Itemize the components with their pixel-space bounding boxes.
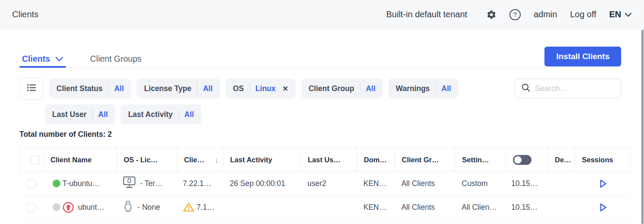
filter-value[interactable]: All [203, 84, 213, 93]
table-row[interactable]: T-ubuntu… - Ter… 7.22.1… 26 Sep 00:00:01… [19, 172, 631, 196]
filter-value[interactable]: Linux [256, 84, 276, 93]
log-off-button[interactable]: Log off [570, 9, 596, 19]
filter-label: OS [233, 84, 244, 93]
filter-row-2: Last User All Last Activity All [45, 104, 625, 124]
client-group-cell: All Clients [394, 172, 455, 195]
client-name[interactable]: T-ubuntu… [63, 179, 100, 188]
search-input[interactable] [535, 84, 608, 93]
tab-client-groups[interactable]: Client Groups [88, 47, 144, 67]
last-activity-cell: 26 Sep 00:00:01 [223, 172, 300, 195]
user-menu[interactable]: admin [534, 9, 557, 19]
domain-cell: KEN… [356, 172, 394, 195]
search-icon [521, 83, 531, 94]
top-bar-right: Built-in default tenant ? admin Log off … [386, 9, 632, 20]
sort-descending-icon[interactable]: ↓ [215, 155, 219, 165]
header-last-user[interactable]: Last Us… [300, 148, 356, 171]
filter-label: Client Status [56, 84, 103, 93]
header-label: Clie… [184, 156, 204, 164]
client-version: 7.22.1… [183, 179, 211, 188]
header-device[interactable]: De… [547, 148, 575, 171]
top-bar: Clients Built-in default tenant ? admin … [0, 0, 644, 29]
filter-value[interactable]: All [98, 110, 108, 119]
linux-penguin-icon [122, 200, 134, 215]
os-license-cell: - None [116, 196, 177, 219]
start-session-icon[interactable] [597, 178, 608, 189]
header-settings[interactable]: Settin… [455, 148, 506, 171]
filter-chip-license-type[interactable]: License Type All [137, 79, 220, 98]
settings-cell: All Clien… [455, 196, 506, 219]
filter-chip-warnings[interactable]: Warnings All [388, 79, 458, 98]
clients-table: Client Name OS - Lic… Clie… ↓ Last Activ… [19, 148, 631, 219]
row-checkbox[interactable] [27, 179, 36, 188]
tab-clients-label: Clients [22, 54, 50, 64]
license-type: - Ter… [140, 179, 163, 188]
start-session-icon[interactable] [597, 202, 608, 213]
filter-chip-last-activity[interactable]: Last Activity All [121, 104, 201, 124]
help-icon[interactable]: ? [510, 9, 521, 20]
install-clients-button[interactable]: Install Clients [544, 47, 621, 66]
filter-value[interactable]: All [366, 84, 375, 93]
os-license-cell: - Ter… [116, 172, 177, 195]
row-checkbox[interactable] [27, 203, 36, 212]
filter-label: Client Group [309, 84, 354, 93]
language-selector[interactable]: EN [609, 9, 632, 19]
filter-bar: Client Status All License Type All OS Li… [19, 77, 625, 124]
row-select-cell [19, 196, 43, 219]
client-name[interactable]: ubunt… [78, 203, 104, 212]
last-user-cell: user2 [300, 172, 356, 195]
ip-cell: 10.15… [506, 172, 547, 195]
header-os-license[interactable]: OS - Lic… [116, 148, 177, 171]
chip-divider [178, 109, 179, 120]
header-client-group[interactable]: Client Gr… [394, 148, 455, 171]
tab-clients[interactable]: Clients [19, 47, 66, 67]
last-user-cell [300, 196, 356, 219]
filter-value[interactable]: All [184, 110, 194, 119]
toggle-knob [514, 156, 522, 164]
settings-cell: Custom [455, 172, 506, 195]
chevron-down-icon [625, 9, 632, 19]
client-group-cell: All Clients [394, 196, 455, 219]
clients-page: Clients Built-in default tenant ? admin … [0, 0, 644, 224]
vertical-scrollbar[interactable] [641, 30, 644, 224]
header-domain[interactable]: Dom… [356, 148, 394, 171]
domain-cell: KEN… [356, 196, 394, 219]
linux-computer-icon [122, 176, 136, 191]
license-type: - None [138, 203, 160, 212]
update-available-icon [63, 202, 74, 213]
list-view-button[interactable] [19, 77, 44, 100]
table-row[interactable]: ubunt… - None [19, 196, 631, 219]
language-label: EN [609, 9, 621, 19]
warning-triangle-icon [183, 202, 194, 212]
client-version: 7.1… [197, 203, 215, 212]
filter-chip-os[interactable]: OS Linux ✕ [225, 79, 295, 98]
header-sessions[interactable]: Sessions [575, 148, 631, 171]
device-cell [547, 172, 575, 195]
select-all-cell [19, 148, 43, 171]
client-name-cell: ubunt… [43, 196, 116, 219]
tenant-label: Built-in default tenant [386, 9, 467, 19]
remove-filter-icon[interactable]: ✕ [282, 85, 288, 93]
online-status-icon [53, 180, 60, 187]
select-all-checkbox[interactable] [31, 155, 40, 164]
filter-chip-client-group[interactable]: Client Group All [301, 79, 383, 98]
tab-bar: Clients Client Groups [19, 47, 625, 68]
settings-gear-icon[interactable] [486, 9, 497, 20]
chevron-down-icon [55, 54, 63, 64]
ip-display-toggle[interactable] [513, 155, 531, 165]
page-title: Clients [12, 9, 38, 19]
filter-chip-last-user[interactable]: Last User All [45, 104, 115, 124]
filter-value[interactable]: All [114, 84, 124, 93]
scrollbar-thumb[interactable] [641, 30, 644, 224]
filter-label: Warnings [396, 84, 430, 93]
chip-divider [92, 109, 93, 120]
header-client-name[interactable]: Client Name [43, 148, 116, 171]
filter-chip-client-status[interactable]: Client Status All [49, 79, 131, 98]
chip-divider [250, 83, 250, 94]
header-last-activity[interactable]: Last Activity [223, 148, 300, 171]
ip-cell: 10.15… [506, 196, 547, 219]
filter-value[interactable]: All [441, 84, 451, 93]
sessions-cell [575, 172, 631, 195]
header-ip-toggle [506, 148, 547, 171]
filter-label: License Type [144, 84, 191, 93]
header-client-version[interactable]: Clie… ↓ [177, 148, 223, 171]
